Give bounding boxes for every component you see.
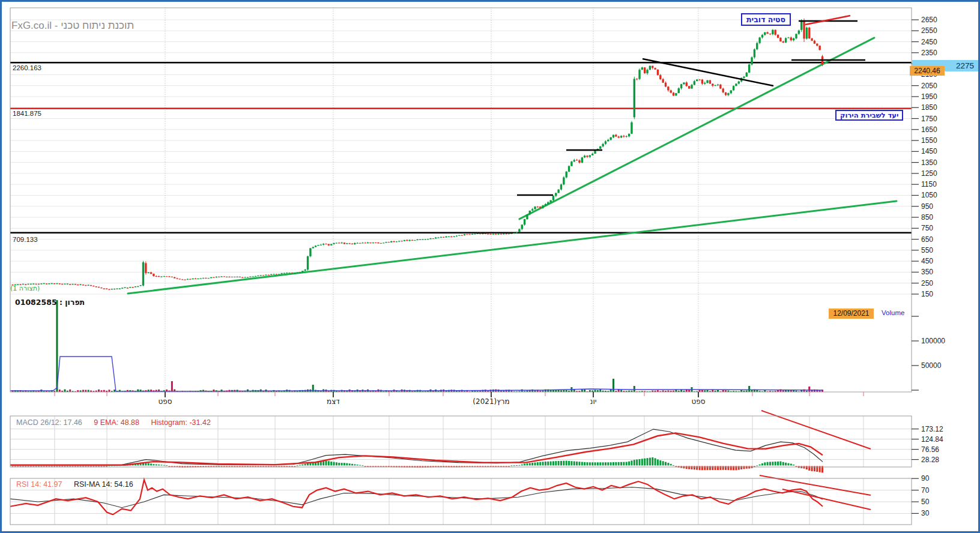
svg-text:350: 350 <box>921 268 933 276</box>
green-break-target-annotation[interactable]: יעד לשבירת הירוק <box>835 110 903 121</box>
macd-header: MACD 26/12: 17.46 9 EMA: 48.88 Histogram… <box>16 418 220 427</box>
svg-text:90: 90 <box>921 474 930 483</box>
svg-text:מרץ(2021): מרץ(2021) <box>473 397 509 406</box>
svg-text:1850: 1850 <box>921 103 937 112</box>
svg-text:173.12: 173.12 <box>921 425 943 433</box>
svg-text:124.84: 124.84 <box>921 435 943 444</box>
svg-text:2350: 2350 <box>921 49 937 57</box>
macd-ema-label: 9 EMA: 48.88 <box>94 418 139 427</box>
green-trendlines <box>128 38 897 294</box>
svg-text:100000: 100000 <box>921 337 945 345</box>
macd-histogram-label: Histogram: -31.42 <box>151 418 211 427</box>
svg-text:2650: 2650 <box>921 16 937 24</box>
volume-ma-line <box>10 357 823 391</box>
svg-text:2550: 2550 <box>921 26 937 35</box>
formation-label: (תצורה 1) <box>10 285 40 292</box>
x-axis: ספטדצממרץ(2021)יונספט <box>55 392 864 406</box>
svg-text:1250: 1250 <box>921 169 937 178</box>
rsi-value-label: RSI 14: 41.97 <box>16 480 62 489</box>
candles <box>12 19 824 290</box>
cursor-date-marker: 12/09/2021 <box>829 309 874 319</box>
svg-text:76.56: 76.56 <box>921 445 939 454</box>
svg-text:1650: 1650 <box>921 125 937 134</box>
axis-labels: 2650255024502350225021502050195018501750… <box>912 16 945 517</box>
svg-text:30: 30 <box>921 509 930 517</box>
svg-text:1950: 1950 <box>921 92 937 101</box>
rsi-ma-label: RSI-MA 14: 54.16 <box>74 480 133 489</box>
level-label-709: 709.133 <box>13 236 38 243</box>
svg-text:ספט: ספט <box>158 397 172 406</box>
macd-line <box>10 429 823 465</box>
svg-text:50000: 50000 <box>921 361 942 370</box>
svg-text:50: 50 <box>921 498 930 506</box>
level-label-1841: 1841.875 <box>13 110 41 117</box>
svg-text:1350: 1350 <box>921 158 937 167</box>
bearish-divergence-annotation[interactable]: סטיה דובית <box>741 13 791 26</box>
level-label-2260: 2260.163 <box>13 64 41 71</box>
svg-text:850: 850 <box>921 213 933 221</box>
svg-text:1550: 1550 <box>921 136 937 145</box>
svg-text:1050: 1050 <box>921 191 937 199</box>
svg-text:550: 550 <box>921 246 933 254</box>
svg-text:250: 250 <box>921 279 933 288</box>
instrument-symbol: תפרון : 01082585 <box>15 298 85 307</box>
svg-text:יונ: יונ <box>590 397 597 406</box>
svg-text:ספט: ספט <box>691 397 705 406</box>
macd-value-label: MACD 26/12: 17.46 <box>16 418 82 427</box>
svg-text:2050: 2050 <box>921 82 937 90</box>
svg-text:דצמ: דצמ <box>327 397 340 406</box>
svg-text:70: 70 <box>921 486 930 495</box>
app-window: 2650255024502350225021502050195018501750… <box>0 0 980 533</box>
chart-canvas[interactable]: 2650255024502350225021502050195018501750… <box>2 2 978 531</box>
rsi-header: RSI 14: 41.97 RSI-MA 14: 54.16 <box>16 480 143 489</box>
svg-text:1450: 1450 <box>921 147 937 155</box>
svg-text:150: 150 <box>921 290 933 298</box>
svg-text:2450: 2450 <box>921 38 937 46</box>
svg-text:1150: 1150 <box>921 180 937 188</box>
svg-text:1750: 1750 <box>921 115 937 123</box>
volume-pane-label: Volume <box>882 309 904 316</box>
volume-ma <box>10 357 823 391</box>
svg-text:950: 950 <box>921 202 933 211</box>
current-price-marker: 2240.46 <box>910 66 945 76</box>
svg-text:650: 650 <box>921 235 933 244</box>
svg-text:28.28: 28.28 <box>921 456 939 464</box>
app-title: FxG.co.il - תוכנת ניתוח טכני <box>11 20 134 32</box>
svg-text:450: 450 <box>921 257 933 265</box>
svg-text:750: 750 <box>921 224 933 232</box>
volume-bars <box>12 300 824 392</box>
